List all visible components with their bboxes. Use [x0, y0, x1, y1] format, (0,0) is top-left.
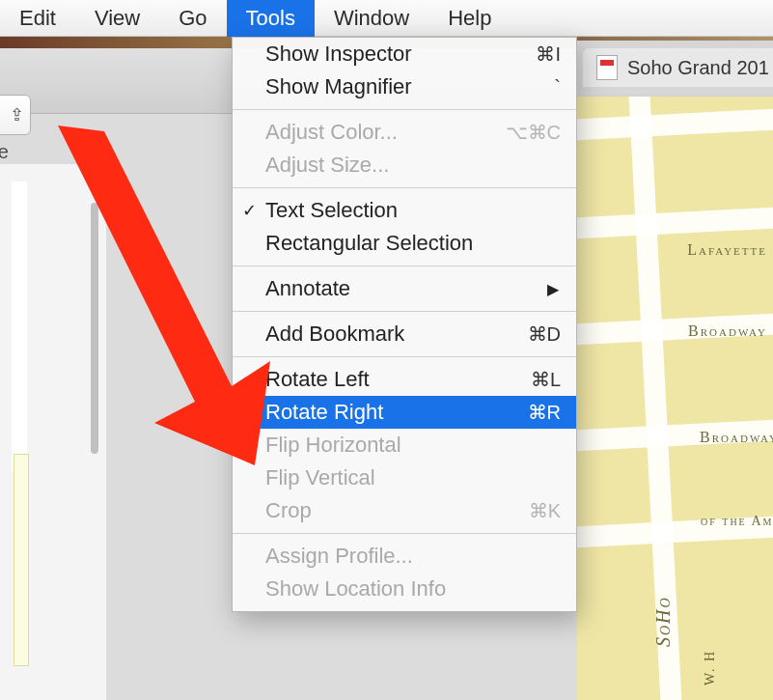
menuitem-crop: Crop ⌘K: [233, 494, 576, 527]
shortcut: ⌘K: [529, 499, 561, 522]
chevron-right-icon: ▶: [547, 280, 559, 298]
sidebar-scrollbar[interactable]: [91, 203, 98, 454]
menu-separator: [233, 356, 576, 357]
shortcut: ⌘I: [536, 42, 561, 66]
menuitem-annotate[interactable]: Annotate ▶: [233, 272, 576, 305]
menu-separator: [233, 533, 576, 534]
tools-dropdown: Show Inspector ⌘I Show Magnifier ` Adjus…: [232, 37, 577, 612]
map-label-broadway-2: Broadway: [700, 429, 773, 446]
menu-edit[interactable]: Edit: [0, 0, 75, 37]
menu-help[interactable]: Help: [428, 0, 511, 37]
menuitem-adjust-color: Adjust Color... ⌥⌘C: [233, 116, 576, 149]
menubar: Edit View Go Tools Window Help: [0, 0, 773, 37]
shortcut: ⌥⌘C: [506, 121, 561, 144]
share-icon: ⇪: [10, 104, 24, 126]
map-label-broadway: Broadway: [688, 322, 767, 340]
menuitem-flip-horizontal: Flip Horizontal: [233, 429, 576, 462]
menuitem-add-bookmark[interactable]: Add Bookmark ⌘D: [233, 318, 576, 350]
thumbnail-sidebar: [0, 164, 106, 700]
page-thumbnail[interactable]: [12, 182, 27, 471]
page-thumbnail[interactable]: [14, 454, 29, 666]
pdf-icon: [596, 55, 618, 80]
document-tab[interactable]: Soho Grand 201: [583, 48, 773, 87]
shortcut: ⌘D: [528, 322, 561, 346]
document-content-map: Lafayette Broadway Broadway of the Ameri…: [577, 97, 773, 700]
menuitem-rotate-right[interactable]: Rotate Right ⌘R: [233, 396, 576, 429]
map-label-soho: SoHo: [652, 596, 675, 647]
map-label-americas: of the Americas: [701, 514, 773, 529]
share-label: are: [0, 141, 9, 163]
menu-separator: [233, 311, 576, 312]
menuitem-rotate-left[interactable]: Rotate Left ⌘L: [233, 363, 576, 396]
menu-go[interactable]: Go: [159, 0, 226, 37]
shortcut: ⌘L: [531, 368, 561, 391]
tab-strip: Soho Grand 201: [577, 41, 773, 95]
menuitem-rectangular-selection[interactable]: Rectangular Selection: [233, 227, 576, 260]
menuitem-show-magnifier[interactable]: Show Magnifier `: [233, 70, 576, 103]
map-label-wh: W. H: [703, 650, 718, 686]
shortcut: `: [554, 76, 561, 98]
menu-view[interactable]: View: [75, 0, 159, 37]
shortcut: ⌘R: [528, 401, 561, 424]
menuitem-adjust-size: Adjust Size...: [233, 149, 576, 182]
menuitem-show-inspector[interactable]: Show Inspector ⌘I: [233, 38, 576, 70]
map-label-lafayette: Lafayette: [687, 241, 767, 259]
menu-separator: [233, 187, 576, 188]
menuitem-assign-profile: Assign Profile...: [233, 540, 576, 573]
menu-separator: [233, 109, 576, 110]
check-icon: ✓: [242, 200, 257, 221]
share-button[interactable]: ⇪: [0, 95, 31, 135]
tab-title: Soho Grand 201: [627, 57, 769, 79]
menuitem-flip-vertical: Flip Vertical: [233, 462, 576, 494]
menuitem-text-selection[interactable]: ✓ Text Selection: [233, 194, 576, 227]
menu-window[interactable]: Window: [315, 0, 428, 37]
menu-separator: [233, 266, 576, 266]
menu-tools[interactable]: Tools: [227, 0, 315, 37]
menuitem-show-location-info: Show Location Info: [233, 573, 576, 605]
